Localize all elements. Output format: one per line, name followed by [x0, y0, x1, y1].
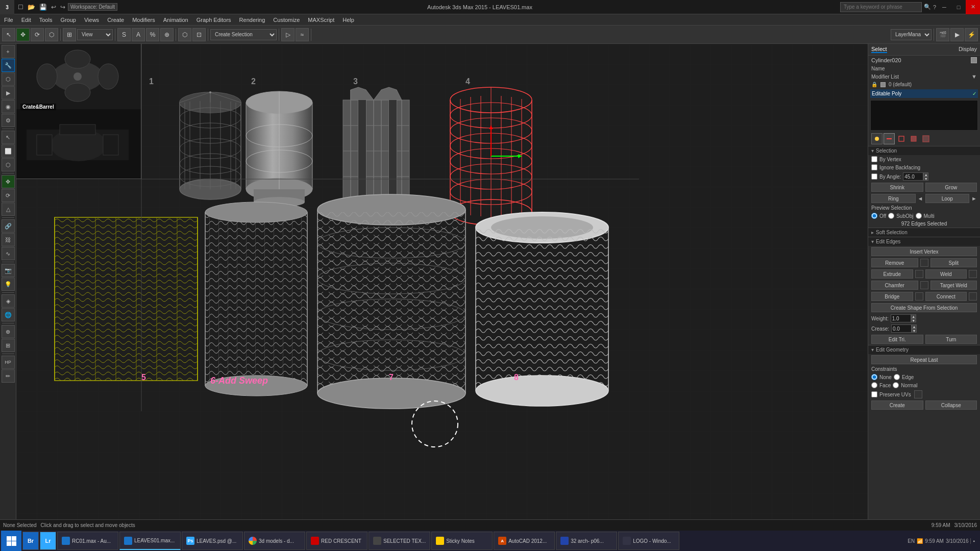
remove-settings[interactable] — [920, 259, 928, 267]
taskbar-lr[interactable]: Lr — [40, 532, 56, 550]
selection-header[interactable]: ▾ Selection — [868, 146, 980, 155]
menu-help[interactable]: Help — [338, 16, 358, 24]
weight-input[interactable] — [891, 314, 911, 322]
window-crossing[interactable]: ⬡ — [2, 158, 15, 171]
polygon-icon[interactable] — [908, 133, 919, 144]
workspace-dropdown[interactable]: Workspace: Default — [68, 3, 117, 11]
spinner-snap[interactable]: ⊕ — [160, 28, 174, 41]
insert-vertex-button[interactable]: Insert Vertex — [871, 247, 977, 256]
weight-down[interactable]: ▼ — [911, 318, 916, 322]
loop-spin-right[interactable]: ► — [971, 195, 977, 202]
new-btn[interactable]: ☐ — [16, 3, 25, 12]
preview-subobj-radio[interactable] — [888, 213, 894, 219]
ring-button[interactable]: Ring — [871, 194, 916, 203]
extrude-button[interactable]: Extrude — [871, 269, 913, 279]
constraint-face[interactable] — [871, 382, 877, 388]
taskbar-autocad[interactable]: A AutoCAD 2012... — [494, 532, 555, 550]
connect-settings[interactable] — [969, 292, 977, 300]
chamfer-settings[interactable] — [920, 281, 928, 289]
material-editor[interactable]: ◈ — [2, 294, 15, 308]
tab-display[interactable]: Display — [959, 46, 977, 53]
taskbar-32arch[interactable]: 32 arch- p06... — [556, 532, 617, 550]
turn-button[interactable]: Turn — [925, 335, 977, 344]
connect-button[interactable]: Connect — [925, 292, 967, 301]
edit-geometry-header[interactable]: ▾ Edit Geometry — [868, 345, 980, 354]
menu-tools[interactable]: Tools — [35, 16, 57, 24]
crease-input[interactable] — [891, 324, 912, 333]
named-sel-sets[interactable]: ▷ — [281, 28, 295, 41]
helpers[interactable]: HP — [2, 356, 15, 369]
constraint-none[interactable] — [871, 374, 877, 380]
split-button[interactable]: Split — [930, 258, 977, 267]
menu-group[interactable]: Group — [56, 16, 80, 24]
menu-customize[interactable]: Customize — [269, 16, 304, 24]
vertex-icon[interactable] — [871, 133, 883, 144]
help-icon[interactable]: ? — [933, 4, 936, 10]
taskbar-sticky-notes[interactable]: Sticky Notes — [431, 532, 493, 550]
angle-down-arrow[interactable]: ▼ — [923, 177, 928, 181]
taskbar-rc01[interactable]: RC01.max - Au... — [57, 532, 118, 550]
crease-up[interactable]: ▲ — [912, 324, 917, 329]
redo-btn[interactable]: ↪ — [59, 3, 67, 12]
taskbar-red-crescent[interactable]: RED CRESCENT — [306, 532, 368, 550]
menu-animation[interactable]: Animation — [159, 16, 192, 24]
angle-snap[interactable]: A — [132, 28, 145, 41]
constraint-edge[interactable] — [894, 374, 900, 380]
paint-tool[interactable]: ✏ — [2, 369, 15, 383]
modify-mode[interactable]: 🔧 — [2, 59, 15, 72]
bridge-button[interactable]: Bridge — [871, 292, 913, 301]
minimize-btn[interactable]: ─ — [937, 0, 951, 14]
taskbar-leaves01[interactable]: LEAVES01.max... — [119, 532, 181, 550]
array-tool[interactable]: ⊞ — [2, 339, 15, 352]
taskbar-logo[interactable]: LOGO - Windo... — [618, 532, 679, 550]
menu-maxscript[interactable]: MAXScript — [304, 16, 338, 24]
menu-file[interactable]: File — [0, 16, 17, 24]
extrude-settings[interactable] — [915, 270, 923, 278]
scale-tool-left[interactable]: △ — [2, 203, 15, 216]
motion-mode[interactable]: ▶ — [2, 86, 15, 99]
search-icon[interactable]: 🔍 — [924, 4, 931, 10]
obj-color-dot[interactable] — [971, 57, 977, 63]
by-angle-input[interactable] — [903, 172, 923, 181]
edit-tri-button[interactable]: Edit Tri. — [871, 335, 923, 344]
save-btn[interactable]: 💾 — [38, 3, 48, 12]
percent-snap[interactable]: % — [146, 28, 159, 41]
mirror-tool[interactable]: ⬡ — [178, 28, 191, 41]
weld-settings[interactable] — [969, 270, 977, 278]
grow-button[interactable]: Grow — [925, 183, 977, 192]
open-btn[interactable]: 📂 — [26, 3, 37, 12]
preview-off-radio[interactable] — [871, 213, 877, 219]
ignore-backfacing-checkbox[interactable] — [871, 164, 877, 170]
preserve-uvs-settings[interactable] — [914, 390, 922, 398]
soft-selection-header[interactable]: ▸ Soft Selection — [868, 228, 980, 237]
layer-manager[interactable]: LayerManager — [891, 29, 932, 40]
collapse-button[interactable]: Collapse — [925, 400, 977, 410]
menu-edit[interactable]: Edit — [17, 16, 35, 24]
edge-icon[interactable] — [884, 133, 895, 144]
snap-tool[interactable]: ⊕ — [2, 325, 15, 338]
border-icon[interactable] — [896, 133, 907, 144]
select-region[interactable]: ⬜ — [2, 144, 15, 158]
menu-graph-editors[interactable]: Graph Editors — [192, 16, 235, 24]
remove-button[interactable]: Remove — [871, 258, 918, 267]
viewport[interactable]: Crate&Barrel 1 2 3 4 5 6-Add Sweep 7 8 — [16, 44, 868, 519]
editable-poly-item[interactable]: Editable Poly ✓ — [870, 89, 978, 98]
undo-btn[interactable]: ↩ — [50, 3, 58, 12]
quick-render[interactable]: ⚡ — [965, 28, 978, 41]
unlink-tool[interactable]: ⛓ — [2, 233, 15, 246]
maximize-btn[interactable]: □ — [951, 0, 966, 14]
render-setup[interactable]: 🎬 — [936, 28, 949, 41]
target-weld-button[interactable]: Target Weld — [930, 281, 977, 290]
modifier-list-arrow[interactable]: ▼ — [971, 73, 977, 80]
select-tool-left[interactable]: ↖ — [2, 131, 15, 144]
loop-button[interactable]: Loop — [925, 194, 970, 203]
select-tool[interactable]: ↖ — [2, 28, 15, 41]
preserve-uvs-checkbox[interactable] — [871, 391, 877, 397]
link-tool[interactable]: 🔗 — [2, 219, 15, 233]
view-dropdown[interactable]: View — [77, 29, 113, 40]
light-btn[interactable]: 💡 — [2, 278, 15, 291]
element-icon[interactable] — [920, 133, 932, 144]
display-mode[interactable]: ◉ — [2, 100, 15, 113]
menu-create[interactable]: Create — [103, 16, 128, 24]
preview-multi-radio[interactable] — [916, 213, 922, 219]
